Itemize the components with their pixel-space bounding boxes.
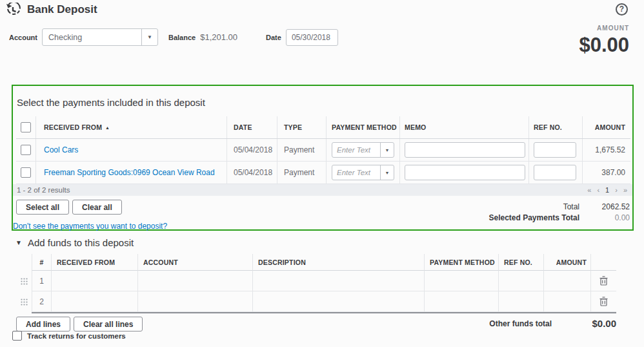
description-cell[interactable] — [252, 271, 424, 291]
col-payment-method: PAYMENT METHOD — [332, 123, 397, 131]
description-cell[interactable] — [252, 291, 424, 312]
amount-cell[interactable] — [543, 271, 590, 291]
select-all-button[interactable]: Select all — [16, 200, 69, 215]
payment-row: Cool Cars 05/04/2018 Payment Enter Text … — [16, 139, 630, 162]
add-funds-toggle[interactable]: ▼ Add funds to this deposit — [15, 237, 134, 248]
memo-input[interactable] — [405, 142, 525, 158]
add-lines-button[interactable]: Add lines — [16, 317, 70, 331]
page-title: Bank Deposit — [27, 3, 97, 16]
col-amount: AMOUNT — [556, 258, 587, 266]
collapse-icon[interactable]: ▼ — [15, 239, 22, 246]
date-label: Date — [266, 34, 281, 41]
payment-type: Payment — [284, 168, 314, 177]
account-select-value: Checking — [43, 33, 141, 42]
selected-total-value: 0.00 — [579, 213, 630, 222]
clear-all-lines-button[interactable]: Clear all lines — [74, 317, 143, 331]
col-payment-method: PAYMENT METHOD — [430, 258, 495, 266]
col-description: DESCRIPTION — [258, 258, 306, 266]
add-funds-header: # RECEIVED FROM ACCOUNT DESCRIPTION PAYM… — [16, 254, 616, 271]
col-type[interactable]: TYPE — [284, 123, 302, 131]
payment-method-select[interactable]: Enter Text ▼ — [332, 142, 394, 158]
other-funds-value: $0.00 — [552, 318, 616, 329]
chevron-down-icon[interactable]: ▼ — [141, 29, 157, 45]
ref-no-cell[interactable] — [498, 291, 543, 312]
clear-all-button[interactable]: Clear all — [72, 200, 122, 215]
add-funds-footer: Add lines Clear all lines Other funds to… — [16, 317, 616, 331]
balance-value: $1,201.00 — [200, 32, 237, 42]
date-input[interactable] — [286, 29, 338, 46]
page-prev-button[interactable]: ‹ — [597, 186, 599, 194]
col-ref-no: REF NO. — [534, 123, 562, 131]
received-from-link[interactable]: Cool Cars — [44, 145, 78, 154]
payments-section-title: Select the payments included in this dep… — [13, 86, 632, 116]
line-number: 2 — [39, 297, 44, 306]
add-funds-row[interactable]: 2 — [16, 291, 616, 312]
page-next-button[interactable]: › — [615, 186, 618, 194]
dont-see-payments-link[interactable]: Don't see the payments you want to depos… — [13, 222, 167, 231]
payment-amount: 387.00 — [601, 168, 625, 177]
trash-icon[interactable] — [599, 297, 608, 306]
col-amount: AMOUNT — [595, 123, 625, 131]
received-from-cell[interactable] — [51, 291, 137, 312]
add-funds-row[interactable]: 1 — [16, 271, 616, 291]
line-number: 1 — [39, 277, 44, 286]
chevron-down-icon[interactable]: ▼ — [380, 143, 394, 157]
amount-cell[interactable] — [543, 291, 590, 312]
add-funds-title: Add funds to this deposit — [28, 237, 134, 248]
select-all-checkbox[interactable] — [21, 122, 31, 132]
payment-method-cell[interactable] — [424, 291, 498, 312]
amount-panel-label: AMOUNT — [579, 25, 629, 32]
col-ref-no: REF NO. — [504, 258, 532, 266]
received-from-cell[interactable] — [51, 271, 137, 291]
account-label: Account — [9, 34, 37, 41]
results-text: 1 - 2 of 2 results — [17, 186, 70, 194]
payment-row: Freeman Sporting Goods:0969 Ocean View R… — [16, 162, 630, 184]
col-account: ACCOUNT — [143, 258, 178, 266]
payment-date: 05/04/2018 — [234, 145, 272, 154]
payment-amount: 1,675.52 — [595, 145, 625, 154]
payments-totals: Total 2062.52 Selected Payments Total 0.… — [489, 200, 630, 223]
col-date[interactable]: DATE — [234, 123, 252, 131]
recent-transactions-icon[interactable] — [5, 3, 21, 18]
balance-label: Balance — [168, 34, 196, 41]
amount-panel-value: $0.00 — [579, 34, 629, 57]
sort-asc-icon: ▲ — [105, 125, 110, 130]
payment-method-select[interactable]: Enter Text ▼ — [332, 165, 394, 180]
total-value: 2062.52 — [579, 202, 630, 211]
drag-handle-icon[interactable] — [21, 278, 28, 285]
account-bar: Account Checking ▼ Balance $1,201.00 Dat… — [9, 28, 338, 46]
received-from-link[interactable]: Freeman Sporting Goods:0969 Ocean View R… — [44, 168, 215, 177]
drag-handle-icon[interactable] — [21, 299, 28, 306]
payment-date: 05/04/2018 — [234, 168, 272, 177]
account-cell[interactable] — [137, 271, 252, 291]
account-select[interactable]: Checking ▼ — [42, 28, 158, 46]
col-number: # — [39, 258, 43, 266]
payment-method-placeholder: Enter Text — [332, 146, 380, 154]
ref-no-cell[interactable] — [498, 271, 543, 291]
page-number[interactable]: 1 — [605, 186, 609, 194]
total-label: Total — [563, 202, 579, 211]
payments-table-header: RECEIVED FROM ▲ DATE TYPE PAYMENT METHOD… — [16, 116, 630, 139]
row-checkbox[interactable] — [21, 145, 31, 155]
chevron-down-icon[interactable]: ▼ — [380, 165, 394, 180]
page-first-button[interactable]: « — [587, 186, 591, 194]
trash-icon[interactable] — [599, 276, 608, 286]
help-icon[interactable]: ? — [616, 3, 628, 16]
payment-method-cell[interactable] — [424, 271, 498, 291]
col-memo: MEMO — [405, 123, 426, 131]
row-checkbox[interactable] — [21, 167, 31, 178]
col-received-from[interactable]: RECEIVED FROM ▲ — [35, 116, 226, 138]
track-returns-checkbox[interactable] — [12, 331, 22, 341]
account-cell[interactable] — [137, 291, 252, 312]
add-funds-table: # RECEIVED FROM ACCOUNT DESCRIPTION PAYM… — [16, 254, 616, 313]
track-returns-label: Track returns for customers — [27, 332, 126, 340]
payments-table: RECEIVED FROM ▲ DATE TYPE PAYMENT METHOD… — [16, 116, 630, 184]
pagination: « ‹ 1 › » — [587, 186, 627, 194]
ref-no-input[interactable] — [534, 142, 576, 158]
track-returns-row: Track returns for customers — [12, 331, 126, 341]
page-last-button[interactable]: » — [623, 186, 627, 194]
memo-input[interactable] — [405, 165, 525, 180]
ref-no-input[interactable] — [534, 165, 576, 180]
results-bar: 1 - 2 of 2 results « ‹ 1 › » — [13, 184, 632, 196]
payment-type: Payment — [284, 145, 314, 154]
